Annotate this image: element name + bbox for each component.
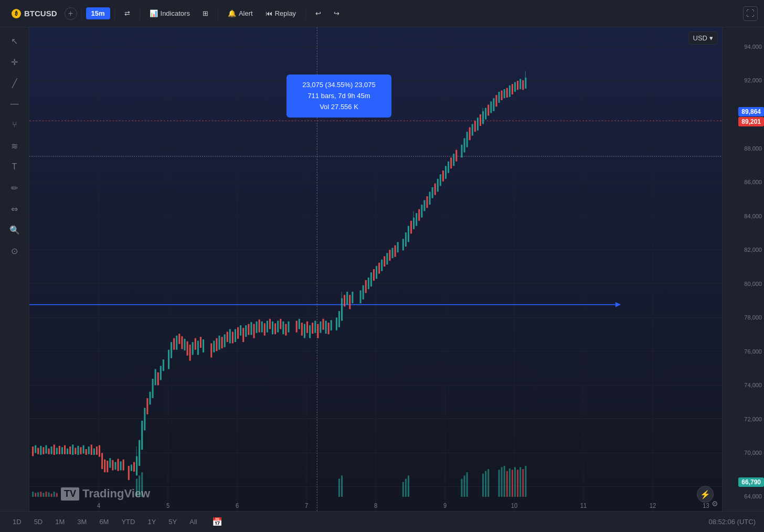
svg-rect-84	[184, 339, 185, 350]
svg-rect-177	[453, 154, 454, 166]
svg-rect-33	[43, 447, 44, 454]
svg-rect-153	[386, 253, 388, 264]
redo-button[interactable]: ↪	[328, 7, 345, 20]
price-84000: 84,000	[744, 213, 762, 219]
divider-5	[305, 7, 306, 20]
fib-tool[interactable]: ≋	[5, 136, 24, 155]
svg-rect-181	[466, 132, 468, 147]
svg-rect-216	[45, 492, 47, 497]
svg-rect-73	[152, 379, 154, 398]
svg-rect-97	[224, 334, 226, 347]
crosshair-tool[interactable]: ✛	[5, 52, 24, 71]
svg-rect-215	[43, 493, 44, 497]
svg-rect-102	[237, 327, 239, 339]
svg-rect-121	[288, 322, 289, 333]
price-axis: 94,000 92,000 89,864 89,201 88,000 86,00…	[722, 27, 764, 511]
svg-rect-185	[477, 118, 479, 131]
tab-ytd[interactable]: YTD	[117, 516, 139, 528]
chevron-down-icon: ▾	[709, 34, 713, 42]
svg-rect-116	[274, 323, 276, 334]
price-78000: 78,000	[744, 314, 762, 321]
svg-rect-125	[304, 324, 305, 338]
svg-rect-124	[301, 323, 303, 336]
text-tool[interactable]: T	[5, 157, 24, 176]
svg-rect-70	[144, 408, 145, 430]
svg-rect-136	[336, 317, 337, 331]
svg-rect-108	[253, 324, 254, 338]
magnet-tool[interactable]: ⊙	[5, 241, 24, 260]
svg-rect-223	[141, 472, 143, 497]
tab-all[interactable]: All	[185, 516, 201, 528]
tab-1y[interactable]: 1Y	[143, 516, 160, 528]
svg-rect-141	[349, 295, 351, 309]
compare-button[interactable]: ⇄	[119, 7, 135, 20]
svg-text:10: 10	[511, 502, 518, 509]
indicators-button[interactable]: 📊 Indicators	[144, 7, 195, 20]
timeframe-button[interactable]: 15m	[86, 7, 110, 19]
tab-3m-label: 3M	[77, 518, 87, 526]
svg-rect-122	[296, 321, 298, 332]
pitchfork-tool[interactable]: ⑂	[5, 115, 24, 134]
svg-rect-128	[312, 323, 313, 334]
svg-rect-54	[99, 445, 100, 457]
svg-rect-142	[352, 292, 353, 303]
chart-main[interactable]: 4 5 6 7 8 9 10 11 12 13 23,075 (34.55%) …	[29, 27, 722, 511]
svg-rect-217	[48, 492, 50, 497]
alert-button[interactable]: 🔔 Alert	[222, 7, 258, 20]
svg-rect-230	[464, 475, 465, 497]
replay-label: Replay	[275, 9, 296, 17]
price-89864: 89,864	[738, 107, 764, 116]
svg-rect-245	[525, 466, 526, 497]
layout-button[interactable]: ⊞	[197, 7, 214, 20]
cursor-tool[interactable]: ↖	[5, 31, 24, 50]
zoom-tool[interactable]: 🔍	[5, 220, 24, 239]
svg-rect-46	[77, 446, 79, 455]
svg-rect-36	[51, 446, 52, 454]
svg-rect-214	[40, 492, 41, 497]
tab-5d[interactable]: 5D	[30, 516, 47, 528]
svg-rect-110	[259, 320, 260, 333]
layout-icon: ⊞	[203, 9, 208, 17]
svg-rect-229	[461, 479, 462, 497]
svg-rect-99	[229, 329, 231, 343]
tab-6m[interactable]: 6M	[95, 516, 113, 528]
svg-rect-35	[48, 449, 50, 454]
tab-1d[interactable]: 1D	[8, 516, 26, 528]
svg-rect-139	[344, 295, 345, 306]
tab-1y-label: 1Y	[147, 518, 156, 526]
replay-button[interactable]: ⏮ Replay	[260, 7, 301, 20]
add-symbol-button[interactable]: +	[65, 7, 77, 20]
currency-selector[interactable]: USD ▾	[688, 31, 718, 45]
measure-tool[interactable]: ⇔	[5, 199, 24, 218]
brush-tool[interactable]: ✏	[5, 178, 24, 197]
symbol-selector[interactable]: ₿ BTCUSD	[6, 6, 62, 21]
chart-settings-button[interactable]: ⚙	[707, 496, 722, 511]
tab-5y[interactable]: 5Y	[164, 516, 181, 528]
svg-rect-62	[120, 461, 122, 470]
svg-rect-60	[114, 462, 116, 470]
horizontal-line-tool[interactable]: —	[5, 94, 24, 113]
svg-rect-98	[227, 332, 228, 342]
trend-line-tool[interactable]: ╱	[5, 73, 24, 92]
chart-svg: 4 5 6 7 8 9 10 11 12 13	[29, 27, 722, 511]
svg-rect-150	[378, 263, 380, 274]
svg-rect-120	[285, 324, 286, 335]
svg-rect-152	[384, 256, 385, 267]
svg-rect-228	[408, 475, 409, 497]
svg-rect-103	[240, 325, 241, 336]
svg-rect-126	[306, 322, 308, 333]
svg-rect-155	[391, 248, 393, 258]
svg-rect-118	[280, 319, 281, 329]
svg-rect-239	[509, 469, 511, 497]
clock-display: 08:52:06 (UTC)	[708, 518, 756, 526]
svg-rect-56	[104, 460, 105, 473]
fullscreen-button[interactable]: ⛶	[743, 6, 758, 21]
tab-3m[interactable]: 3M	[73, 516, 91, 528]
svg-rect-167	[426, 196, 428, 208]
price-74000: 74,000	[744, 382, 762, 388]
tab-1m[interactable]: 1M	[51, 516, 69, 528]
svg-rect-32	[40, 446, 41, 455]
svg-rect-66	[133, 462, 135, 472]
undo-button[interactable]: ↩	[310, 7, 326, 20]
calendar-range-button[interactable]: 📅	[212, 517, 222, 527]
